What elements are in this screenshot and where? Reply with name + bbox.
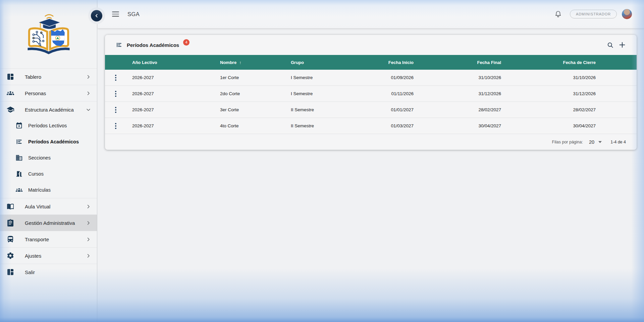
- row-actions-kebab-button[interactable]: [113, 105, 118, 115]
- cell-grupo: II Semestre: [285, 102, 356, 118]
- chevron-right-icon: [86, 237, 91, 242]
- cell-fecha-final: 28/02/2027: [419, 102, 506, 118]
- sidebar-item-gestion-administrativa[interactable]: Gestión Administrativa: [0, 214, 97, 231]
- open-book-icon: [6, 202, 15, 210]
- logo-book-nicaragua-icon: [22, 11, 75, 57]
- chevron-right-icon: [86, 220, 91, 226]
- gear-icon: [6, 252, 15, 260]
- cell-ano-lectivo: 2026-2027: [126, 102, 215, 118]
- table-pagination: Filas por página: 20 1-4 de 4: [105, 134, 637, 150]
- table-row: 2026-2027 2do Corte I Semestre 01/11/202…: [105, 86, 637, 102]
- sidebar-subitem-periodos-academicos[interactable]: Períodos Académicos: [0, 134, 97, 150]
- sidebar-item-aula-virtual[interactable]: Aula Virtual: [0, 198, 97, 214]
- table-row: 2026-2027 3er Corte II Semestre 01/01/20…: [105, 102, 637, 118]
- cell-ano-lectivo: 2026-2027: [126, 70, 215, 85]
- sidebar-collapse-button[interactable]: [91, 10, 102, 21]
- sidebar-subitem-matriculas[interactable]: Matrículas: [0, 182, 97, 198]
- graduation-cap-icon: [6, 106, 15, 114]
- row-actions-kebab-button[interactable]: [113, 73, 118, 83]
- sidebar-item-label: Tablero: [25, 74, 41, 80]
- bell-icon: [554, 10, 562, 18]
- column-header-grupo[interactable]: Grupo: [285, 55, 356, 70]
- groups-icon: [15, 186, 23, 194]
- column-header-nombre[interactable]: Nombre ↑: [215, 55, 285, 70]
- row-actions-kebab-button[interactable]: [113, 89, 118, 99]
- page-title: Períodos Académicos: [127, 42, 179, 48]
- sidebar-item-estructura-academica[interactable]: Estructura Académica: [0, 101, 97, 118]
- cell-fecha-cierre: 30/04/2027: [506, 118, 637, 134]
- cell-nombre: 2do Corte: [215, 86, 285, 102]
- cell-ano-lectivo: 2026-2027: [126, 118, 215, 134]
- sidebar-item-label: Ajustes: [25, 253, 41, 259]
- cell-grupo: I Semestre: [285, 86, 356, 102]
- dashboard-icon: [6, 268, 15, 276]
- chevron-right-icon: [86, 253, 91, 258]
- sidebar-item-personas[interactable]: Personas: [0, 85, 97, 101]
- search-button[interactable]: [607, 42, 614, 49]
- sidebar-subitem-label: Períodos Académicos: [28, 139, 79, 144]
- groups-icon: [6, 89, 15, 97]
- cell-fecha-inicio: 01/01/2027: [356, 102, 419, 118]
- record-count-badge: 4: [183, 39, 190, 46]
- cell-fecha-final: 31/12/2026: [419, 86, 506, 102]
- chevron-right-icon: [86, 91, 91, 96]
- card-header: Períodos Académicos 4: [105, 35, 637, 55]
- sidebar-subitem-secciones[interactable]: Secciones: [0, 150, 97, 166]
- sidebar-item-label: Aula Virtual: [25, 204, 50, 209]
- bus-icon: [6, 235, 15, 243]
- column-header-label: Nombre: [220, 60, 236, 65]
- sidebar-item-label: Salir: [25, 269, 35, 275]
- sidebar-item-label: Gestión Administrativa: [25, 220, 75, 226]
- cell-fecha-inicio: 01/11/2026: [356, 86, 419, 102]
- list-segment-icon: [15, 138, 23, 145]
- table-header-spacer: [105, 55, 126, 70]
- sidebar-subitem-label: Cursos: [28, 171, 44, 177]
- cell-nombre: 3er Corte: [215, 102, 285, 118]
- column-header-ano-lectivo[interactable]: Año Lectivo: [126, 55, 215, 70]
- periodos-academicos-card: Períodos Académicos 4 Añ: [105, 35, 637, 150]
- sidebar-subitem-cursos[interactable]: Cursos: [0, 166, 97, 182]
- sidebar-item-ajustes[interactable]: Ajustes: [0, 247, 97, 264]
- table-row: 2026-2027 4to Corte II Semestre 01/03/20…: [105, 118, 637, 134]
- table-header-row: Año Lectivo Nombre ↑ Grupo Fecha Inicio …: [105, 55, 637, 70]
- card-actions: [607, 41, 626, 49]
- rows-per-page-select[interactable]: 20: [589, 139, 602, 145]
- dashboard-icon: [6, 73, 15, 81]
- sidebar-item-tablero[interactable]: Tablero: [0, 68, 97, 85]
- rows-per-page-label: Filas por página:: [552, 140, 583, 144]
- cell-ano-lectivo: 2026-2027: [126, 86, 215, 102]
- cell-fecha-final: 30/04/2027: [419, 118, 506, 134]
- sidebar-subitem-periodos-lectivos[interactable]: Períodos Lectivos: [0, 118, 97, 134]
- role-badge[interactable]: ADMINISTRADOR: [570, 10, 617, 18]
- door-icon: [15, 170, 23, 178]
- sidebar-subitem-label: Secciones: [28, 155, 51, 160]
- cell-fecha-cierre: 31/10/2026: [506, 70, 637, 85]
- sidebar-item-label: Transporte: [25, 237, 49, 242]
- search-icon: [607, 42, 614, 49]
- cell-fecha-inicio: 01/03/2027: [356, 118, 419, 134]
- column-header-fecha-inicio[interactable]: Fecha Inicio: [356, 55, 419, 70]
- table-row: 2026-2027 1er Corte I Semestre 01/09/202…: [105, 70, 637, 86]
- app-logo: [0, 11, 97, 57]
- main-area: SGA ADMINISTRADOR Períodos Académicos 4: [98, 0, 644, 322]
- column-header-fecha-final[interactable]: Fecha Final: [419, 55, 506, 70]
- topbar-right-cluster: ADMINISTRADOR: [554, 9, 632, 19]
- cell-grupo: II Semestre: [285, 118, 356, 134]
- sidebar-item-label: Personas: [25, 90, 46, 96]
- column-header-fecha-cierre[interactable]: Fecha de Cierre: [506, 55, 637, 70]
- user-avatar[interactable]: [622, 9, 632, 19]
- add-button[interactable]: [619, 41, 626, 49]
- row-actions-kebab-button[interactable]: [113, 121, 118, 131]
- sidebar-item-salir[interactable]: Salir: [0, 264, 97, 280]
- cell-grupo: I Semestre: [285, 70, 356, 85]
- sidebar-item-label: Estructura Académica: [25, 107, 74, 113]
- pagination-range: 1-4 de 4: [610, 140, 626, 144]
- cell-fecha-cierre: 31/12/2026: [506, 86, 637, 102]
- sidebar-item-transporte[interactable]: Transporte: [0, 231, 97, 247]
- cell-nombre: 1er Corte: [215, 70, 285, 85]
- menu-hamburger-button[interactable]: [112, 11, 119, 17]
- caret-down-icon: [598, 141, 602, 143]
- notifications-bell-button[interactable]: [554, 10, 562, 18]
- rows-per-page-value: 20: [589, 139, 594, 145]
- clipboard-icon: [6, 219, 15, 227]
